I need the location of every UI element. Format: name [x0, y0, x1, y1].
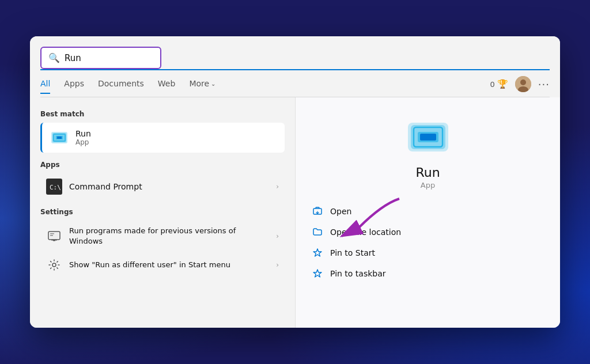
apps-section-label: Apps: [40, 161, 285, 169]
content-area: Best match Run App Apps: [30, 97, 560, 328]
chevron-right-icon: ›: [276, 183, 279, 191]
best-match-label: Best match: [40, 110, 285, 118]
search-icon: 🔍: [48, 52, 60, 63]
tab-all[interactable]: All: [40, 79, 50, 94]
badge-count: 0 🏆: [490, 79, 508, 89]
best-match-subtitle: App: [75, 138, 91, 146]
best-match-text: Run App: [75, 129, 91, 146]
settings-section-label: Settings: [40, 208, 285, 216]
settings-icon-1: [46, 228, 62, 244]
svg-rect-21: [420, 134, 436, 141]
cmd-icon: C:\: [46, 179, 62, 195]
folder-icon: [312, 226, 323, 238]
settings-section: Settings Run programs made for previous …: [40, 208, 285, 278]
avatar[interactable]: [515, 76, 531, 92]
action-pin-start-label: Pin to Start: [330, 248, 375, 257]
settings-row-1-text: Run programs made for previous versions …: [69, 226, 269, 247]
action-open-file-location[interactable]: Open file location: [312, 222, 544, 242]
search-box[interactable]: 🔍 Run: [40, 47, 161, 69]
settings-icon-2: [46, 257, 62, 273]
svg-rect-7: [57, 136, 62, 139]
more-options-button[interactable]: ···: [538, 78, 550, 90]
tab-apps[interactable]: Apps: [64, 79, 84, 94]
svg-point-1: [520, 79, 526, 85]
action-pin-taskbar-label: Pin to taskbar: [330, 269, 386, 278]
tab-documents[interactable]: Documents: [98, 79, 144, 94]
action-pin-start[interactable]: Pin to Start: [312, 242, 544, 263]
svg-rect-13: [50, 235, 53, 236]
settings-row-2[interactable]: Show "Run as different user" in Start me…: [40, 252, 285, 278]
app-row-cmd[interactable]: C:\ Command Prompt ›: [40, 173, 285, 200]
tabs-right: 0 🏆 ···: [490, 76, 550, 97]
trophy-icon: 🏆: [497, 79, 508, 89]
action-open-label: Open: [330, 207, 351, 216]
cmd-label: Command Prompt: [69, 182, 269, 191]
svg-rect-15: [51, 240, 57, 241]
svg-point-16: [52, 263, 56, 267]
detail-app-name: Run: [312, 165, 544, 180]
open-icon: [312, 206, 323, 217]
best-match-title: Run: [75, 129, 91, 138]
pin-start-icon: [312, 247, 323, 259]
run-large-icon: [405, 117, 451, 157]
action-pin-taskbar[interactable]: Pin to taskbar: [312, 263, 544, 284]
apps-section: Apps C:\ Command Prompt ›: [40, 161, 285, 200]
action-open[interactable]: Open: [312, 201, 544, 222]
chevron-right-icon-3: ›: [276, 261, 279, 269]
left-panel: Best match Run App Apps: [30, 97, 295, 328]
chevron-right-icon-2: ›: [276, 232, 279, 240]
search-window: 🔍 Run All Apps Documents Web More ⌄ 0 🏆: [30, 36, 560, 328]
settings-row-1[interactable]: Run programs made for previous versions …: [40, 221, 285, 252]
search-input[interactable]: Run: [65, 53, 81, 63]
tab-more[interactable]: More ⌄: [189, 79, 215, 94]
action-open-file-label: Open file location: [330, 227, 401, 237]
pin-taskbar-icon: [312, 268, 323, 279]
svg-rect-12: [50, 233, 54, 234]
search-bar-area: 🔍 Run: [30, 36, 560, 69]
settings-row-2-text: Show "Run as different user" in Start me…: [69, 260, 269, 270]
tab-web[interactable]: Web: [158, 79, 176, 94]
detail-app-type: App: [312, 181, 544, 189]
svg-text:C:\: C:\: [50, 184, 60, 191]
avatar-svg: [515, 76, 531, 92]
tabs-row: All Apps Documents Web More ⌄ 0 🏆 ···: [30, 70, 560, 97]
best-match-item[interactable]: Run App: [40, 123, 285, 153]
run-icon-small: [50, 128, 69, 147]
right-panel: Run App Open: [295, 97, 560, 328]
